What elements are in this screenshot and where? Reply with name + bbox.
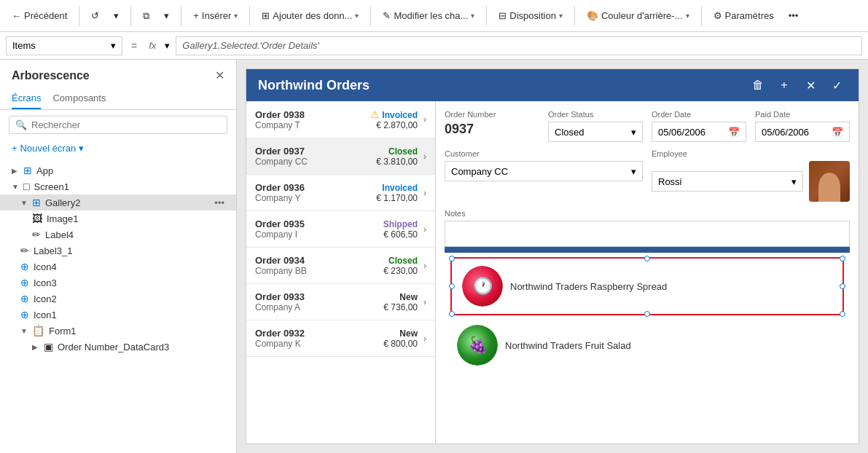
disposition-chevron-icon: ▾ — [559, 12, 563, 20]
add-data-button[interactable]: ⊞ Ajouter des donn... ▾ — [256, 7, 364, 24]
order-status-0937: Closed — [376, 146, 418, 157]
copy-button[interactable]: ⧉ — [137, 7, 155, 25]
sidebar-close-button[interactable]: ✕ — [215, 68, 224, 82]
undo-button[interactable]: ↺ — [85, 7, 105, 24]
formula-input[interactable] — [176, 36, 862, 55]
more-icon: ••• — [789, 10, 799, 21]
gallery-ellipsis-button[interactable]: ••• — [214, 197, 224, 208]
tree-item-image1[interactable]: 🖼 Image1 — [0, 210, 236, 227]
add-record-button[interactable]: + — [774, 75, 794, 95]
tab-components[interactable]: Composants — [52, 88, 106, 109]
new-screen-chevron-icon: ▾ — [79, 143, 84, 154]
gallery-item-fruit[interactable]: 🍇 Northwind Traders Fruit Salad — [450, 318, 844, 372]
field-notes: Notes — [445, 209, 850, 247]
form-icon: 📋 — [32, 325, 44, 336]
order-item-0937[interactable]: Order 0937 Company CC Closed € 3.810,00 … — [246, 138, 435, 175]
order-status-dropdown[interactable]: Closed ▾ — [548, 122, 643, 142]
equals-symbol: = — [128, 40, 140, 52]
disposition-button[interactable]: ⊟ Disposition ▾ — [493, 7, 568, 24]
order-status-0932: New — [383, 328, 418, 339]
formula-bar: Items ▾ = fx ▾ — [0, 32, 868, 60]
tree-item-icon3[interactable]: ⊕ Icon3 — [0, 275, 236, 291]
order-item-0935[interactable]: Order 0935 Company I Shipped € 606,50 › — [246, 211, 435, 248]
icon3-icon: ⊕ — [20, 277, 29, 288]
chevron-down-icon-2: ▾ — [164, 10, 169, 21]
chevron-down-icon: ▾ — [114, 10, 119, 21]
order-item-0938[interactable]: Order 0938 Company T ⚠ Invoiced € 2.870,… — [246, 101, 435, 138]
separator-1 — [79, 6, 79, 26]
params-button[interactable]: ⚙ Paramètres — [708, 7, 780, 24]
modify-icon: ✎ — [383, 10, 391, 21]
confirm-button[interactable]: ✓ — [826, 75, 847, 95]
order-info-0934: Order 0934 Company BB — [255, 255, 378, 276]
tree-item-icon4[interactable]: ⊕ Icon4 — [0, 259, 236, 275]
label-icon-3-1: ✏ — [20, 245, 29, 256]
order-arrow-0936: › — [423, 188, 426, 198]
order-info-0933: Order 0933 Company A — [255, 291, 378, 312]
customer-dropdown-arrow-icon: ▾ — [631, 166, 636, 177]
tree-item-icon1[interactable]: ⊕ Icon1 — [0, 307, 236, 323]
modify-chevron-icon: ▾ — [471, 12, 474, 20]
search-icon: 🔍 — [15, 119, 27, 130]
content-area: Northwind Orders 🗑 + ✕ ✓ Order 0938 Comp… — [237, 60, 868, 453]
order-item-0936[interactable]: Order 0936 Company Y Invoiced € 1.170,00… — [246, 175, 435, 211]
tree-item-label4[interactable]: ✏ Label4 — [0, 227, 236, 243]
tree-arrow-form1: ▼ — [20, 327, 29, 335]
new-screen-button[interactable]: + Nouvel écran ▾ — [0, 140, 236, 159]
employee-dropdown[interactable]: Rossi ▾ — [652, 171, 803, 192]
handle-tm — [644, 256, 650, 261]
data-icon: ⊞ — [262, 10, 270, 21]
field-order-number: Order Number 0937 — [445, 110, 539, 142]
handle-ml — [449, 283, 455, 289]
customer-dropdown[interactable]: Company CC ▾ — [445, 161, 643, 181]
scope-selector[interactable]: Items ▾ — [6, 36, 122, 55]
plus-icon-sidebar: + — [12, 143, 17, 154]
delete-button[interactable]: 🗑 — [748, 75, 768, 95]
gallery-item-raspberry[interactable]: 🕐 Northwind Traders Raspberry Spread — [450, 257, 844, 315]
more-button[interactable]: ••• — [783, 7, 805, 24]
search-input[interactable] — [31, 119, 221, 130]
tree-item-app[interactable]: ▶ ⊞ App — [0, 162, 236, 178]
handle-bm — [644, 311, 650, 317]
app-header: Northwind Orders 🗑 + ✕ ✓ — [246, 69, 859, 101]
gear-icon: ⚙ — [713, 10, 722, 21]
back-button[interactable]: ← Précédent — [6, 7, 73, 24]
tab-screens[interactable]: Écrans — [12, 88, 41, 109]
tree-item-order-number-datacard[interactable]: ▶ ▣ Order Number_DataCard3 — [0, 339, 236, 355]
close-button[interactable]: ✕ — [800, 75, 821, 95]
order-info-0936: Order 0936 Company Y — [255, 182, 370, 203]
sidebar-title: Arborescence — [12, 69, 90, 82]
tree-item-label3-1[interactable]: ✏ Label3_1 — [0, 243, 236, 259]
tree-arrow-datacard: ▶ — [32, 343, 41, 351]
handle-tl — [449, 256, 455, 261]
order-arrow-0938: › — [423, 114, 426, 125]
plus-icon: + — [193, 10, 199, 21]
tree-item-form1[interactable]: ▼ 📋 Form1 — [0, 323, 236, 339]
order-arrow-0935: › — [423, 224, 426, 235]
order-item-0933[interactable]: Order 0933 Company A New € 736,00 › — [246, 284, 435, 320]
blue-divider — [445, 247, 850, 253]
field-employee: Employee Rossi ▾ — [652, 149, 850, 202]
main-container: Arborescence ✕ Écrans Composants 🔍 + Nou… — [0, 60, 868, 453]
order-status-0934: Closed — [383, 256, 418, 266]
color-button[interactable]: 🎨 Couleur d'arrière-... ▾ — [581, 7, 695, 24]
order-date-picker[interactable]: 05/06/2006 📅 — [652, 122, 746, 142]
copy-dropdown-button[interactable]: ▾ — [158, 7, 175, 24]
order-arrow-0933: › — [423, 297, 426, 307]
notes-textarea[interactable] — [445, 221, 850, 247]
icon2-icon: ⊕ — [20, 293, 29, 304]
modify-button[interactable]: ✎ Modifier les cha... ▾ — [377, 7, 480, 24]
tree-item-icon2[interactable]: ⊕ Icon2 — [0, 291, 236, 307]
color-icon: 🎨 — [587, 10, 598, 21]
insert-button[interactable]: + Insérer ▾ — [187, 7, 243, 24]
gallery-section: 🕐 Northwind Traders Raspberry Spread 🍇 — [445, 257, 850, 372]
raspberry-image: 🕐 — [462, 266, 503, 307]
tree-item-gallery2[interactable]: ▼ ⊞ Gallery2 ••• — [0, 194, 236, 210]
tree-item-screen1[interactable]: ▼ □ Screen1 — [0, 178, 236, 194]
field-customer: Customer Company CC ▾ — [445, 149, 643, 202]
undo-dropdown-button[interactable]: ▾ — [108, 7, 125, 24]
employee-avatar — [809, 161, 850, 202]
paid-date-picker[interactable]: 05/06/2006 📅 — [755, 122, 850, 142]
order-item-0932[interactable]: Order 0932 Company K New € 800,00 › — [246, 320, 435, 357]
order-item-0934[interactable]: Order 0934 Company BB Closed € 230,00 › — [246, 248, 435, 284]
